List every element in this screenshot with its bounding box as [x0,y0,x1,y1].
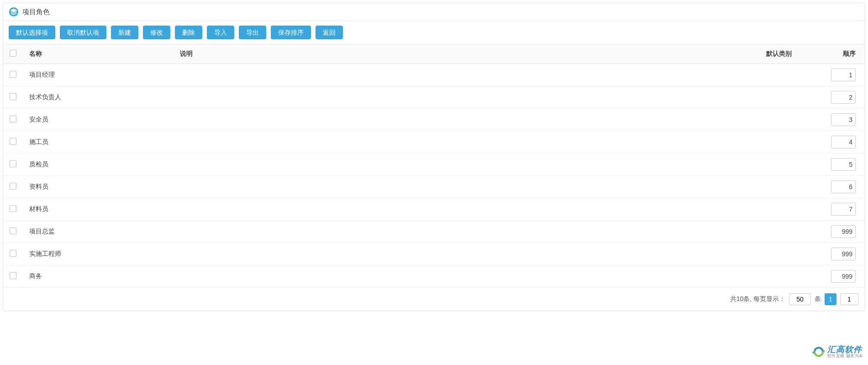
table-row: 项目总监 [3,221,865,243]
import-button[interactable]: 导入 [207,26,234,39]
role-default [760,265,824,288]
row-checkbox[interactable] [10,93,16,100]
row-checkbox[interactable] [10,272,16,279]
role-name: 项目经理 [23,64,174,86]
role-default [760,109,824,131]
order-input[interactable] [831,91,856,104]
role-name: 材料员 [23,198,174,221]
unit-label: 条 [815,295,821,303]
header-order: 顺序 [824,44,865,64]
header-checkbox-cell [3,44,23,64]
role-desc [174,198,760,221]
cancel-default-button[interactable]: 取消默认项 [60,26,106,39]
role-name: 安全员 [23,109,174,131]
role-name: 项目总监 [23,221,174,243]
role-default [760,153,824,176]
role-name: 质检员 [23,153,174,176]
export-button[interactable]: 导出 [239,26,266,39]
current-page[interactable]: 1 [825,293,836,305]
project-role-panel: 项目角色 默认选择项 取消默认项 新建 修改 删除 导入 导出 保存排序 返回 … [3,3,865,311]
row-checkbox[interactable] [10,160,16,167]
row-checkbox[interactable] [10,227,16,234]
default-select-button[interactable]: 默认选择项 [9,26,55,39]
role-default [760,221,824,243]
role-default [760,64,824,86]
role-desc [174,131,760,153]
table-row: 技术负责人 [3,86,865,109]
total-text: 共10条, 每页显示： [730,295,785,303]
row-checkbox[interactable] [10,205,16,212]
select-all-checkbox[interactable] [10,50,16,57]
role-desc [174,64,760,86]
role-table: 名称 说明 默认类别 顺序 项目经理技术负责人安全员施工员质检员资料员材料员项目… [3,44,865,288]
order-input[interactable] [831,113,856,126]
role-desc [174,153,760,176]
table-header-row: 名称 说明 默认类别 顺序 [3,44,865,64]
edit-button[interactable]: 修改 [143,26,170,39]
table-row: 施工员 [3,131,865,153]
order-input[interactable] [831,136,856,148]
role-name: 商务 [23,265,174,288]
table-row: 实施工程师 [3,243,865,265]
row-checkbox[interactable] [10,71,16,78]
role-desc [174,243,760,265]
table-row: 质检员 [3,153,865,176]
delete-button[interactable]: 删除 [175,26,202,39]
role-desc [174,176,760,198]
role-desc [174,221,760,243]
page-size-input[interactable] [789,293,811,305]
page-title: 项目角色 [22,8,50,16]
row-checkbox[interactable] [10,116,16,122]
role-default [760,198,824,221]
order-input[interactable] [831,158,856,171]
role-name: 资料员 [23,176,174,198]
role-default [760,131,824,153]
panel-header: 项目角色 [3,3,865,21]
save-sort-button[interactable]: 保存排序 [271,26,311,39]
role-desc [174,265,760,288]
role-default [760,243,824,265]
order-input[interactable] [831,270,856,283]
table-row: 材料员 [3,198,865,221]
stack-icon [9,7,19,17]
table-footer: 共10条, 每页显示： 条 1 [3,288,865,311]
role-name: 技术负责人 [23,86,174,109]
role-desc [174,86,760,109]
goto-page-input[interactable] [840,293,858,305]
row-checkbox[interactable] [10,250,16,257]
order-input[interactable] [831,180,856,193]
toolbar: 默认选择项 取消默认项 新建 修改 删除 导入 导出 保存排序 返回 [3,21,865,44]
order-input[interactable] [831,225,856,238]
table-row: 安全员 [3,109,865,131]
order-input[interactable] [831,69,856,81]
order-input[interactable] [831,248,856,260]
table-row: 项目经理 [3,64,865,86]
header-default: 默认类别 [760,44,824,64]
row-checkbox[interactable] [10,183,16,190]
back-button[interactable]: 返回 [316,26,343,39]
role-desc [174,109,760,131]
row-checkbox[interactable] [10,138,16,145]
table-row: 资料员 [3,176,865,198]
table-row: 商务 [3,265,865,288]
role-default [760,86,824,109]
order-input[interactable] [831,203,856,216]
role-name: 施工员 [23,131,174,153]
header-name: 名称 [23,44,174,64]
role-default [760,176,824,198]
header-desc: 说明 [174,44,760,64]
new-button[interactable]: 新建 [111,26,138,39]
role-name: 实施工程师 [23,243,174,265]
